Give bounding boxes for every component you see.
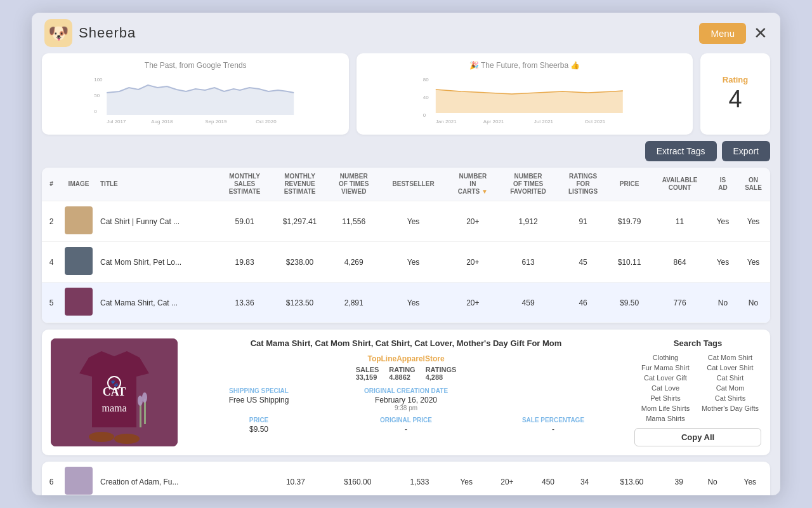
cell-monthly-sales: 59.01: [218, 201, 271, 242]
cell-price: $13.60: [601, 462, 663, 495]
table-row: 5 Cat Mama Shirt, Cat ... 13.36 $123.50 …: [42, 283, 770, 323]
cell-on-sale: Yes: [737, 242, 770, 283]
tag-item: Cat Love: [634, 384, 697, 392]
tag-item: Fur Mama Shirt: [634, 363, 697, 372]
cell-bestseller: Yes: [447, 462, 487, 495]
col-monthly-revenue: MONTHLYREVENUEESTIMATE: [272, 168, 328, 201]
cell-num: 4: [42, 242, 61, 283]
table-header-row: # IMAGE TITLE MONTHLYSALESESTIMATE MONTH…: [42, 168, 770, 201]
cell-in-carts: 20+: [447, 242, 499, 283]
svg-text:100: 100: [94, 77, 103, 83]
export-button[interactable]: Export: [722, 141, 770, 161]
data-table: # IMAGE TITLE MONTHLYSALESESTIMATE MONTH…: [42, 168, 770, 323]
cell-ratings: 45: [558, 242, 608, 283]
svg-text:Jul 2017: Jul 2017: [107, 119, 126, 124]
cell-in-carts: 20+: [487, 462, 528, 495]
svg-point-20: [114, 434, 140, 444]
cell-image: [61, 283, 96, 323]
future-chart: 80 40 0 Jan 2021 Apr 2021 Jul 2021 Oct 2…: [367, 74, 683, 124]
tag-item: Cat Shirt: [699, 373, 761, 382]
tag-item: Mama Shirts: [634, 414, 697, 423]
sales-value: 33,159: [356, 373, 377, 381]
menu-button[interactable]: Menu: [699, 23, 746, 44]
original-price-col: ORIGINAL PRICE -: [335, 417, 477, 434]
future-title: 🎉 The Future, from Sheerba 👍: [367, 61, 683, 70]
main-content: The Past, from Google Trends 100 50 0 Ju…: [32, 53, 780, 495]
cell-title: Creation of Adam, Fu...: [96, 462, 269, 495]
ratings-info: RATINGS 4,288: [426, 366, 457, 381]
cell-on-sale: No: [737, 283, 770, 323]
tag-item: Cat Lover Gift: [634, 373, 697, 382]
copy-all-button[interactable]: Copy All: [634, 428, 761, 446]
creation-col: ORIGINAL CREATION DATE February 16, 2020…: [335, 387, 477, 411]
detail-info-grid: SHIPPING SPECIAL Free US Shipping ORIGIN…: [188, 387, 624, 434]
svg-text:Aug 2018: Aug 2018: [151, 119, 173, 124]
col-price: PRICE: [608, 168, 651, 201]
svg-text:0: 0: [423, 112, 426, 118]
empty-col: [482, 387, 624, 411]
price-col: PRICE $9.50: [188, 417, 330, 434]
col-ratings: RATINGSFORLISTINGS: [558, 168, 608, 201]
table-row: 4 Cat Mom Shirt, Pet Lo... 19.83 $238.00…: [42, 242, 770, 283]
trends-card: The Past, from Google Trends 100 50 0 Ju…: [42, 53, 349, 135]
cell-monthly-sales: 13.36: [218, 283, 271, 323]
col-monthly-sales: MONTHLYSALESESTIMATE: [218, 168, 271, 201]
cell-favorited: 1,912: [499, 201, 558, 242]
search-tags-title: Search Tags: [634, 338, 761, 348]
cell-favorited: 459: [499, 283, 558, 323]
col-bestseller: BESTSELLER: [379, 168, 447, 201]
cell-available: 39: [663, 462, 695, 495]
svg-text:80: 80: [423, 77, 429, 83]
svg-text:🐾: 🐾: [110, 379, 119, 387]
cell-title: Cat Mama Shirt, Cat ...: [96, 283, 218, 323]
sales-info: SALES 33,159: [356, 366, 379, 381]
detail-right: Search Tags Clothing Cat Mom Shirt Fur M…: [634, 338, 761, 446]
sales-label: SALES: [356, 366, 379, 373]
detail-store[interactable]: TopLineApparelStore: [188, 354, 624, 363]
detail-product-title: Cat Mama Shirt, Cat Mom Shirt, Cat Shirt…: [188, 338, 624, 348]
cell-monthly-sales: 10.37: [269, 462, 322, 495]
svg-text:Apr 2021: Apr 2021: [483, 119, 504, 124]
svg-rect-21: [140, 402, 141, 427]
detail-card: CAT mama 🐾 Cat Mama Shirt, Cat Mom Shirt…: [42, 330, 770, 455]
extract-tags-button[interactable]: Extract Tags: [645, 141, 717, 161]
col-times-viewed: NUMBEROF TIMESVIEWED: [328, 168, 379, 201]
price-label: PRICE: [188, 417, 330, 424]
cell-monthly-sales: 19.83: [218, 242, 271, 283]
svg-text:Oct 2021: Oct 2021: [585, 119, 606, 124]
col-on-sale: ONSALE: [737, 168, 770, 201]
rating-card: Rating 4: [700, 53, 770, 135]
col-title: TITLE: [96, 168, 218, 201]
svg-text:mama: mama: [102, 403, 126, 413]
close-button[interactable]: ✕: [754, 25, 768, 41]
cell-price: $9.50: [608, 283, 651, 323]
cell-image: [61, 462, 96, 495]
col-in-carts[interactable]: NUMBERINCARTS ▼: [447, 168, 499, 201]
cell-in-carts: 20+: [447, 201, 499, 242]
shipping-label: SHIPPING SPECIAL: [188, 387, 330, 394]
product-image: [65, 206, 93, 234]
cell-available: 11: [650, 201, 709, 242]
cell-image: [61, 242, 96, 283]
svg-text:Jan 2021: Jan 2021: [436, 119, 457, 124]
cell-on-sale: Yes: [737, 201, 770, 242]
cell-is-ad: Yes: [709, 201, 737, 242]
cell-on-sale: Yes: [730, 462, 770, 495]
cell-monthly-revenue: $238.00: [272, 242, 328, 283]
svg-text:0: 0: [94, 109, 97, 114]
svg-text:50: 50: [94, 93, 100, 98]
title-bar: 🐶 Sheerba Menu ✕: [32, 13, 780, 53]
svg-text:Jul 2021: Jul 2021: [534, 119, 554, 124]
col-favorited: NUMBEROF TIMESFAVORITED: [499, 168, 558, 201]
creation-label: ORIGINAL CREATION DATE: [335, 387, 477, 394]
tag-item: Cat Shirts: [699, 394, 761, 403]
tag-item: Mother's Day Gifts: [699, 404, 761, 413]
cell-title: Cat Mom Shirt, Pet Lo...: [96, 242, 218, 283]
tag-item: Cat Mom Shirt: [699, 353, 761, 362]
tag-item: Pet Shirts: [634, 394, 697, 403]
cell-price: $19.79: [608, 201, 651, 242]
col-available: AVAILABLECOUNT: [650, 168, 709, 201]
cell-num: 2: [42, 201, 61, 242]
cell-is-ad: No: [695, 462, 730, 495]
cell-image: [61, 201, 96, 242]
